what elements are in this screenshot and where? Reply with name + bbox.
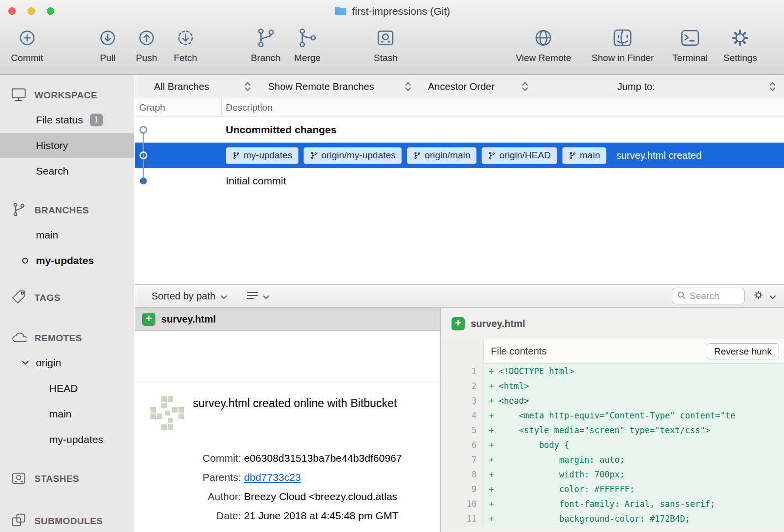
- file-list-toolbar: Sorted by path: [135, 284, 784, 308]
- reverse-hunk-button[interactable]: Reverse hunk: [707, 343, 779, 359]
- sidebar-item-remote-origin[interactable]: origin: [0, 350, 134, 376]
- file-row-survey[interactable]: + survey.html: [135, 308, 440, 331]
- tag-icon: [11, 289, 27, 307]
- diff-file-header: + survey.html: [441, 308, 784, 339]
- sidebar-section-stashes[interactable]: STASHES: [0, 467, 134, 491]
- commit-details-title: survey.html created online with Bitbucke…: [193, 397, 397, 410]
- gutter: [441, 339, 484, 364]
- sidebar-item-search[interactable]: Search: [0, 158, 134, 184]
- push-button[interactable]: Push: [135, 27, 158, 63]
- branch-icon: [310, 151, 318, 159]
- commit-hash: e06308d31513ba7be44b3df60967: [244, 452, 402, 464]
- stepper-icon[interactable]: [521, 81, 529, 94]
- remote-filter-dropdown[interactable]: Show Remote Branches: [268, 75, 374, 98]
- chevron-down-icon[interactable]: [22, 360, 29, 365]
- sidebar-section-label: STASHES: [34, 473, 79, 484]
- diff-line: 8+ width: 700px;: [441, 467, 784, 482]
- branch-badge: origin/main: [407, 147, 477, 164]
- sidebar-item-file-status[interactable]: File status 1: [0, 107, 134, 133]
- sidebar-item-label: History: [36, 140, 68, 151]
- finder-icon: [611, 27, 634, 51]
- diff-line: 4+ <meta http-equiv="Content-Type" conte…: [441, 408, 784, 423]
- file-added-icon: +: [452, 317, 465, 330]
- sidebar-section-remotes[interactable]: REMOTES: [0, 326, 134, 350]
- commit-row-selected[interactable]: my-updates origin/my-updates origin/main…: [135, 143, 784, 168]
- sidebar-section-branches[interactable]: BRANCHES: [0, 199, 134, 222]
- author-row: Author: Breezy Cloud <breezy.cloud.atlas: [135, 487, 440, 506]
- list-icon: [247, 291, 258, 302]
- view-remote-button[interactable]: View Remote: [516, 27, 572, 63]
- history-table-header: Graph Description: [135, 98, 784, 117]
- view-options-dropdown[interactable]: [247, 291, 270, 302]
- stepper-icon[interactable]: [404, 81, 412, 94]
- diff-line: 3+<head>: [441, 393, 784, 408]
- sidebar-item-branch-my-updates[interactable]: my-updates: [0, 248, 134, 273]
- terminal-icon: [679, 27, 701, 51]
- sidebar-item-label: origin: [36, 357, 61, 369]
- chevron-down-icon: [769, 291, 776, 302]
- sort-dropdown[interactable]: Sorted by path: [151, 291, 227, 302]
- changed-files-pane: + survey.html survey.html crea: [135, 308, 441, 532]
- fetch-button[interactable]: Fetch: [174, 27, 197, 63]
- branch-icon: [254, 27, 277, 51]
- show-in-finder-button[interactable]: Show in Finder: [592, 27, 654, 63]
- file-search-field[interactable]: [672, 288, 745, 304]
- sidebar-item-label: main: [49, 408, 72, 420]
- sidebar-item-remote-main[interactable]: main: [0, 401, 134, 427]
- sidebar-item-history[interactable]: History: [0, 133, 134, 158]
- commit-button[interactable]: Commit: [11, 27, 43, 63]
- sidebar: WORKSPACE File status 1 History Search B…: [0, 75, 134, 532]
- terminal-button[interactable]: Terminal: [672, 27, 708, 63]
- sidebar-section-workspace[interactable]: WORKSPACE: [0, 84, 134, 107]
- history-filter-bar: All Branches Show Remote Branches Ancest…: [135, 75, 784, 98]
- toolbar: Commit Pull Push Fetch Branch Merge: [0, 23, 784, 75]
- description-column-header: Description: [226, 98, 272, 117]
- search-input[interactable]: [690, 291, 739, 301]
- stashes-icon: [11, 470, 27, 488]
- branch-button[interactable]: Branch: [251, 27, 280, 63]
- graph-column-header: Graph: [139, 98, 165, 117]
- push-icon: [135, 27, 158, 51]
- file-name: survey.html: [161, 314, 216, 325]
- branch-icon: [569, 151, 576, 159]
- branch-badge: main: [562, 147, 606, 164]
- branch-badge: my-updates: [226, 147, 299, 164]
- sidebar-section-submodules[interactable]: SUBMODULES: [0, 509, 134, 532]
- commit-list: Uncommitted changes my-updates origin/my…: [135, 117, 784, 284]
- jump-to-dropdown[interactable]: Jump to:: [617, 75, 655, 98]
- date-row: Date: 21 June 2018 at 4:45:48 pm GMT: [135, 506, 440, 525]
- graph-node-initial: [140, 177, 147, 184]
- sidebar-item-remote-my-updates[interactable]: my-updates: [0, 427, 134, 452]
- file-added-icon: +: [142, 313, 155, 326]
- sidebar-item-remote-head[interactable]: HEAD: [0, 376, 134, 401]
- stash-button[interactable]: Stash: [374, 27, 398, 63]
- parent-commit-link[interactable]: dbd7733c23: [244, 472, 301, 483]
- column-divider[interactable]: [221, 98, 222, 117]
- commit-details: survey.html created online with Bitbucke…: [135, 383, 440, 532]
- stepper-icon[interactable]: [244, 81, 251, 94]
- pull-button[interactable]: Pull: [96, 27, 119, 63]
- sidebar-item-label: File status: [36, 114, 83, 126]
- diff-file-name: survey.html: [471, 318, 525, 329]
- window-title: first-impressions (Git): [352, 5, 451, 17]
- file-actions-dropdown[interactable]: [753, 289, 776, 303]
- diff-pane: + survey.html File contents Reverse hunk…: [441, 308, 784, 532]
- merge-button[interactable]: Merge: [294, 27, 321, 63]
- commit-row-uncommitted[interactable]: Uncommitted changes: [135, 117, 784, 143]
- parents-row: Parents: dbd7733c23: [135, 468, 440, 487]
- diff-line: 10+ font-family: Arial, sans-serif;: [441, 497, 784, 511]
- settings-button[interactable]: Settings: [724, 27, 757, 63]
- branch-filter-dropdown[interactable]: All Branches: [154, 75, 209, 98]
- order-filter-dropdown[interactable]: Ancestor Order: [428, 75, 495, 98]
- sidebar-section-tags[interactable]: TAGS: [0, 286, 134, 310]
- diff-line: 1+<!DOCTYPE html>: [441, 364, 784, 379]
- commit-row-initial[interactable]: Initial commit: [135, 168, 784, 194]
- main-content: All Branches Show Remote Branches Ancest…: [135, 75, 784, 532]
- diff-line: 9+ color: #FFFFFF;: [441, 482, 784, 497]
- gear-icon: [729, 27, 752, 51]
- graph-node-uncommitted: [140, 127, 147, 133]
- sidebar-item-branch-main[interactable]: main: [0, 222, 134, 248]
- commit-hash-row: Commit: e06308d31513ba7be44b3df60967: [135, 448, 440, 468]
- commit-message: survey.html created: [616, 150, 701, 161]
- stepper-icon[interactable]: [769, 81, 776, 94]
